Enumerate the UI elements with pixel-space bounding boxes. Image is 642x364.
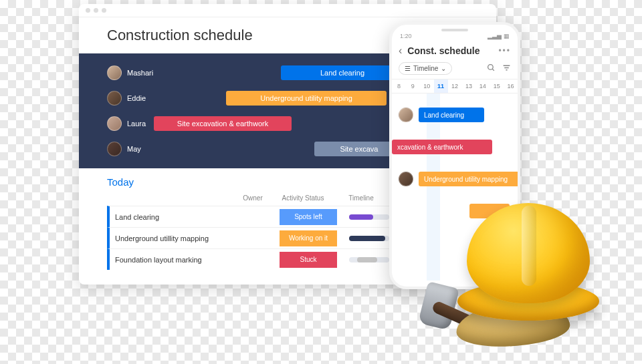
phone-time: 1:20: [400, 33, 412, 39]
date-cell[interactable]: 15: [490, 79, 504, 93]
view-label: Timeline: [413, 65, 438, 72]
window-dot-icon: [102, 8, 106, 13]
phone-signal-icon: ▂▃▅ ▦: [488, 33, 510, 39]
view-selector[interactable]: ☰ Timeline ⌄: [399, 62, 452, 75]
gantt-bar[interactable]: Land clearing: [281, 65, 404, 80]
avatar: [260, 234, 261, 243]
timeline-bar: [349, 236, 389, 241]
svg-point-0: [488, 64, 494, 69]
date-cell[interactable]: 16: [504, 79, 518, 93]
timeline-bar: [349, 214, 389, 220]
date-cell[interactable]: 14: [475, 79, 490, 93]
gantt-bar[interactable]: Site excavation & earthwork: [154, 116, 292, 131]
col-status: Activity Status: [272, 194, 334, 202]
construction-props-illustration: [419, 187, 613, 361]
date-cell[interactable]: 8: [392, 79, 406, 93]
owner-name: Mashari: [127, 69, 153, 77]
date-cell[interactable]: 9: [406, 79, 420, 93]
chevron-down-icon: ⌄: [441, 65, 446, 72]
window-chrome: [79, 4, 496, 17]
avatar: [107, 91, 122, 106]
timeline-bar: [349, 257, 389, 262]
gantt-bar[interactable]: Land clearing: [419, 108, 484, 122]
svg-line-1: [492, 69, 494, 71]
phone-gantt-row[interactable]: xcavation & earthwork: [392, 131, 518, 163]
window-dot-icon: [86, 8, 90, 13]
owner-name: Eddie: [127, 94, 146, 102]
hard-hat-icon: [457, 203, 599, 321]
phone-gantt-row[interactable]: Land clearing: [392, 99, 518, 131]
avatar: [260, 212, 261, 222]
task-name: Land clearing: [115, 213, 242, 221]
task-name: Underground utillity mapping: [115, 234, 242, 242]
avatar: [399, 172, 413, 186]
phone-notch-icon: [441, 29, 468, 31]
task-name: Foundation layout marking: [115, 256, 242, 264]
avatar: [107, 116, 122, 131]
back-button[interactable]: ‹: [399, 45, 402, 57]
status-badge[interactable]: Spots left: [280, 209, 337, 225]
status-badge[interactable]: Stuck: [280, 252, 337, 268]
search-icon[interactable]: [487, 63, 496, 74]
col-owner: Owner: [234, 194, 272, 202]
owner-name: Laura: [127, 120, 146, 128]
date-cell[interactable]: 13: [461, 79, 475, 93]
window-dot-icon: [94, 8, 98, 13]
avatar: [107, 65, 122, 80]
date-cell[interactable]: 12: [448, 79, 462, 93]
date-cell-today[interactable]: 11: [434, 79, 448, 93]
gantt-bar[interactable]: Underground utility mapping: [419, 172, 519, 186]
col-timeline: Timeline: [334, 194, 388, 202]
avatar: [260, 255, 261, 264]
timeline-icon: ☰: [405, 65, 411, 72]
status-badge[interactable]: Working on it: [280, 230, 337, 246]
gantt-bar[interactable]: Underground utility mapping: [226, 91, 387, 106]
owner-name: May: [127, 145, 141, 153]
phone-statusbar: 1:20 ▂▃▅ ▦: [392, 25, 518, 42]
more-button[interactable]: •••: [498, 46, 511, 55]
date-strip[interactable]: 8 9 10 11 12 13 14 15 16: [392, 79, 518, 94]
date-cell[interactable]: 10: [420, 79, 434, 93]
filter-icon[interactable]: [502, 63, 511, 74]
phone-title: Const. schedule: [407, 45, 493, 56]
avatar: [399, 108, 413, 122]
avatar: [107, 142, 122, 156]
gantt-bar[interactable]: xcavation & earthwork: [392, 140, 492, 154]
